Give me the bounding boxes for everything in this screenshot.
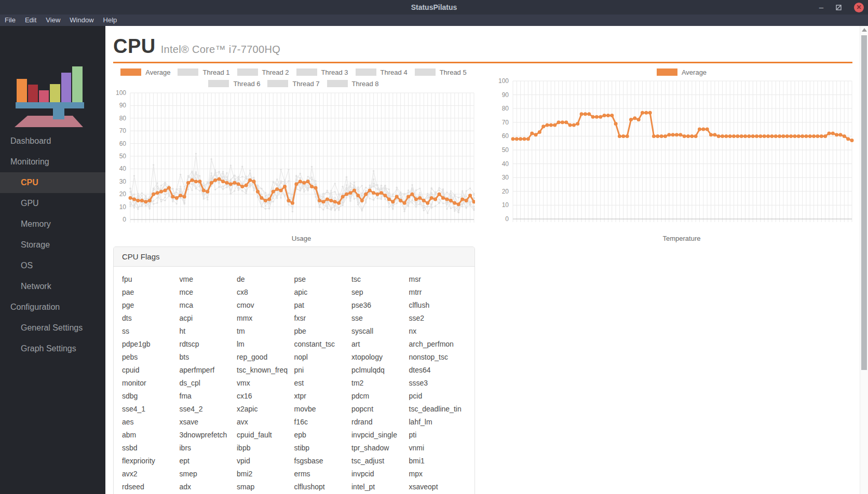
- cpu-flag-intel_pt: intel_pt: [351, 481, 409, 493]
- cpu-flag-mtrr: mtrr: [409, 286, 467, 299]
- vertical-scrollbar[interactable]: [860, 26, 868, 494]
- cpu-flag-xtopology: xtopology: [351, 351, 409, 364]
- cpu-flag-dts: dts: [122, 312, 180, 325]
- menu-item-edit[interactable]: Edit: [20, 15, 41, 26]
- legend-item-thread-5[interactable]: Thread 5: [415, 68, 467, 76]
- svg-text:50: 50: [119, 153, 127, 160]
- sidebar-item-gpu[interactable]: GPU: [0, 193, 105, 214]
- cpu-flag-invpcid: invpcid: [351, 468, 409, 481]
- cpu-model-subtitle: Intel® Core™ i7-7700HQ: [161, 44, 280, 55]
- svg-text:40: 40: [502, 160, 509, 168]
- cpu-flag-avx2: avx2: [122, 468, 180, 481]
- menu-item-window[interactable]: Window: [65, 15, 98, 26]
- sidebar-item-cpu[interactable]: CPU: [0, 172, 105, 193]
- legend-swatch-icon: [178, 68, 198, 76]
- cpu-flag-flexpriority: flexpriority: [122, 455, 180, 468]
- legend-item-thread-7[interactable]: Thread 7: [267, 80, 319, 88]
- cpu-flag-fsgsbase: fsgsbase: [294, 455, 352, 468]
- cpu-flag-sse: sse: [351, 312, 409, 325]
- cpu-flag-cx8: cx8: [237, 286, 294, 299]
- menu-item-help[interactable]: Help: [99, 15, 122, 26]
- svg-text:70: 70: [502, 119, 509, 126]
- sidebar-item-monitoring[interactable]: Monitoring: [0, 152, 105, 172]
- sidebar-item-network[interactable]: Network: [0, 276, 105, 297]
- usage-legend-row1: AverageThread 1Thread 2Thread 3Thread 4T…: [113, 68, 474, 76]
- sidebar-item-memory[interactable]: Memory: [0, 214, 105, 235]
- legend-item-thread-8[interactable]: Thread 8: [327, 80, 379, 88]
- cpu-flag-tsc_adjust: tsc_adjust: [351, 455, 409, 468]
- svg-text:100: 100: [116, 89, 126, 97]
- cpu-flag-rep_good: rep_good: [237, 351, 294, 364]
- usage-axis-title: Usage: [129, 235, 474, 242]
- cpu-flag-invpcid_single: invpcid_single: [351, 429, 409, 442]
- svg-text:30: 30: [502, 174, 509, 181]
- cpu-flags-grid: fpuvmedepsetscmsrpaemcecx8apicsepmtrrpge…: [114, 267, 474, 493]
- svg-text:40: 40: [119, 165, 127, 172]
- svg-text:60: 60: [502, 132, 509, 140]
- legend-item-average[interactable]: Average: [657, 68, 707, 76]
- cpu-flag-smep: smep: [180, 468, 237, 481]
- close-button[interactable]: ✕: [854, 3, 864, 12]
- sidebar-item-graph-settings[interactable]: Graph Settings: [0, 338, 105, 359]
- cpu-flag-lm: lm: [237, 338, 294, 351]
- cpu-flag-epb: epb: [294, 429, 352, 442]
- legend-swatch-icon: [657, 68, 677, 76]
- cpu-flag-pclmulqdq: pclmulqdq: [351, 364, 409, 377]
- cpu-flag-x2apic: x2apic: [237, 403, 294, 416]
- cpu-flag-pat: pat: [294, 299, 352, 312]
- scrollbar-up-arrow-icon[interactable]: [862, 28, 867, 32]
- legend-label: Thread 2: [262, 68, 289, 76]
- sidebar-item-dashboard[interactable]: Dashboard: [0, 131, 105, 152]
- legend-item-thread-3[interactable]: Thread 3: [296, 68, 348, 76]
- menu-item-view[interactable]: View: [41, 15, 65, 26]
- cpu-flag-fxsr: fxsr: [294, 312, 352, 325]
- sidebar-item-os[interactable]: OS: [0, 255, 105, 276]
- legend-label: Thread 7: [292, 80, 319, 88]
- legend-item-thread-1[interactable]: Thread 1: [178, 68, 229, 76]
- cpu-flag-tpr_shadow: tpr_shadow: [351, 442, 409, 455]
- cpu-flag-tm: tm: [237, 325, 294, 338]
- legend-swatch-icon: [356, 68, 376, 76]
- svg-text:90: 90: [502, 91, 509, 99]
- title-bar: StatusPilatus – ✕: [0, 0, 868, 15]
- svg-text:30: 30: [119, 178, 127, 185]
- minimize-button[interactable]: –: [819, 0, 823, 15]
- sidebar-item-configuration[interactable]: Configuration: [0, 297, 105, 318]
- cpu-flag-tsc_deadline_tin: tsc_deadline_tin: [409, 403, 467, 416]
- cpu-usage-chart: 0102030405060708090100: [112, 87, 475, 225]
- cpu-flag-pse: pse: [294, 273, 352, 286]
- svg-text:10: 10: [502, 201, 509, 209]
- menu-item-file[interactable]: File: [0, 15, 20, 26]
- cpu-flag-cmov: cmov: [237, 299, 294, 312]
- cpu-flag-aperfmperf: aperfmperf: [180, 364, 237, 377]
- cpu-flag-pge: pge: [122, 299, 180, 312]
- legend-label: Thread 5: [440, 68, 467, 76]
- legend-item-thread-2[interactable]: Thread 2: [237, 68, 289, 76]
- cpu-flag-xsave: xsave: [180, 416, 237, 429]
- orange-divider: [113, 62, 852, 63]
- cpu-flag-popcnt: popcnt: [351, 403, 409, 416]
- temperature-legend: Average: [511, 68, 852, 76]
- window-controls: – ✕: [819, 0, 864, 15]
- cpu-flag-pcid: pcid: [409, 390, 467, 403]
- legend-item-thread-6[interactable]: Thread 6: [208, 80, 260, 88]
- cpu-flag-mce: mce: [180, 286, 237, 299]
- legend-swatch-icon: [415, 68, 436, 76]
- cpu-flag-cpuid_fault: cpuid_fault: [237, 429, 294, 442]
- legend-item-thread-4[interactable]: Thread 4: [356, 68, 408, 76]
- cpu-flag-constant_tsc: constant_tsc: [294, 338, 352, 351]
- cpu-flag-cpuid: cpuid: [122, 364, 180, 377]
- legend-item-average[interactable]: Average: [120, 68, 170, 76]
- sidebar-item-storage[interactable]: Storage: [0, 235, 105, 255]
- svg-text:70: 70: [119, 127, 127, 134]
- cpu-flag-mpx: mpx: [409, 468, 467, 481]
- cpu-flag-sdbg: sdbg: [122, 390, 180, 403]
- cpu-flag-ibrs: ibrs: [180, 442, 237, 455]
- sidebar-item-general-settings[interactable]: General Settings: [0, 318, 105, 338]
- cpu-flag-est: est: [294, 377, 352, 390]
- restore-button[interactable]: [836, 5, 842, 10]
- cpu-flag-ibpb: ibpb: [237, 442, 294, 455]
- legend-label: Thread 4: [381, 68, 408, 76]
- scrollbar-thumb[interactable]: [861, 35, 867, 370]
- cpu-flag-pni: pni: [294, 364, 352, 377]
